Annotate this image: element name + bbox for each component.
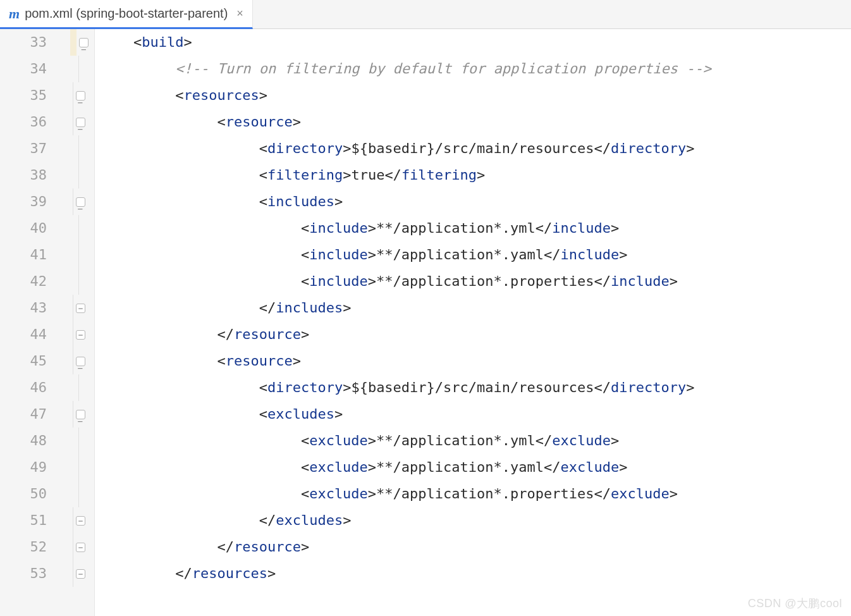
line-number: 41 — [0, 242, 47, 268]
line-number: 35 — [0, 82, 47, 109]
code-token: < — [259, 379, 267, 395]
fold-end-icon — [76, 569, 85, 579]
code-line[interactable]: </resources> — [100, 560, 851, 587]
code-token: > — [368, 459, 376, 475]
code-token: > — [343, 167, 351, 183]
code-line[interactable]: <includes> — [100, 188, 851, 215]
code-line[interactable]: <build> — [100, 29, 851, 56]
fold-cell[interactable] — [58, 82, 94, 109]
code-line[interactable]: <include>**/application*.properties</inc… — [100, 268, 851, 295]
code-line[interactable]: </includes> — [100, 295, 851, 321]
code-line[interactable]: </excludes> — [100, 507, 851, 534]
code-token: > — [259, 87, 267, 103]
code-token: > — [334, 406, 343, 422]
code-token: > — [368, 247, 376, 262]
code-line[interactable]: </resource> — [100, 321, 851, 348]
code-token: < — [259, 194, 267, 209]
fold-cell[interactable] — [58, 401, 94, 428]
code-line[interactable]: <exclude>**/application*.yaml</exclude> — [100, 454, 851, 481]
line-number: 47 — [0, 401, 47, 428]
fold-cell[interactable] — [58, 188, 94, 215]
code-token: > — [670, 273, 678, 289]
fold-cell — [58, 428, 94, 454]
code-token: > — [686, 379, 694, 395]
code-line[interactable]: <filtering>true</filtering> — [100, 162, 851, 188]
code-token: </ — [594, 140, 611, 156]
code-line[interactable]: <include>**/application*.yml</include> — [100, 215, 851, 242]
xml-tag-name: include — [552, 220, 611, 236]
xml-tag-name: include — [309, 273, 368, 289]
xml-tag-name: directory — [267, 140, 343, 156]
line-number: 49 — [0, 454, 47, 481]
fold-cell[interactable] — [58, 534, 94, 560]
xml-tag-name: resource — [226, 114, 293, 130]
code-area[interactable]: <build> <!-- Turn on filtering by defaul… — [95, 29, 851, 616]
code-line[interactable]: <directory>${basedir}/src/main/resources… — [100, 374, 851, 401]
code-line[interactable]: <directory>${basedir}/src/main/resources… — [100, 135, 851, 162]
line-number: 34 — [0, 56, 47, 82]
code-line[interactable]: <excludes> — [100, 401, 851, 428]
fold-cell — [58, 268, 94, 295]
code-line[interactable]: <exclude>**/application*.yml</exclude> — [100, 428, 851, 454]
line-number: 53 — [0, 560, 47, 587]
code-token: > — [368, 220, 376, 236]
code-token: > — [343, 300, 351, 316]
xml-tag-name: exclude — [309, 459, 368, 475]
code-line[interactable]: </resource> — [100, 534, 851, 560]
code-token: < — [301, 459, 309, 475]
fold-end-icon — [76, 543, 85, 552]
editor-tab-title: pom.xml (spring-boot-starter-parent) — [25, 6, 228, 21]
line-number-gutter: 3334353637383940414243444546474849505152… — [0, 29, 58, 616]
line-number: 38 — [0, 162, 47, 188]
xml-tag-name: resource — [226, 353, 293, 369]
code-token: > — [611, 220, 619, 236]
code-token: < — [175, 87, 183, 103]
line-number: 51 — [0, 507, 47, 534]
line-number: 50 — [0, 481, 47, 507]
fold-gutter[interactable] — [58, 29, 95, 616]
code-line[interactable]: <resource> — [100, 109, 851, 135]
code-token: true — [351, 167, 384, 183]
code-token: </ — [217, 539, 234, 555]
line-number: 33 — [0, 29, 47, 56]
xml-tag-name: directory — [267, 379, 343, 395]
fold-cell[interactable] — [58, 295, 94, 321]
fold-collapse-icon — [76, 91, 85, 101]
code-line[interactable]: <!-- Turn on filtering by default for ap… — [100, 56, 851, 82]
code-token: </ — [259, 512, 276, 528]
fold-cell — [58, 242, 94, 268]
code-token: > — [301, 326, 309, 342]
fold-collapse-icon — [76, 410, 85, 419]
editor-tab[interactable]: m pom.xml (spring-boot-starter-parent) × — [0, 0, 253, 29]
code-token: </ — [594, 379, 611, 395]
fold-cell[interactable] — [58, 109, 94, 135]
fold-cell[interactable] — [58, 321, 94, 348]
code-token: > — [368, 273, 376, 289]
code-line[interactable]: <exclude>**/application*.properties</exc… — [100, 481, 851, 507]
fold-cell[interactable] — [58, 560, 94, 587]
code-token: < — [259, 167, 267, 183]
fold-cell[interactable] — [58, 29, 94, 56]
xml-tag-name: includes — [276, 300, 343, 316]
code-token: **/application*.yml — [376, 220, 536, 236]
code-token: < — [259, 140, 267, 156]
close-icon[interactable]: × — [236, 7, 243, 20]
fold-cell[interactable] — [58, 507, 94, 534]
code-token: > — [619, 247, 627, 262]
code-editor[interactable]: 3334353637383940414243444546474849505152… — [0, 29, 851, 616]
code-token: </ — [536, 433, 553, 448]
fold-cell — [58, 162, 94, 188]
xml-tag-name: exclude — [561, 459, 620, 475]
fold-collapse-icon — [76, 357, 85, 366]
xml-tag-name: exclude — [611, 486, 670, 502]
fold-cell[interactable] — [58, 348, 94, 374]
code-line[interactable]: <include>**/application*.yaml</include> — [100, 242, 851, 268]
fold-collapse-icon — [79, 38, 89, 47]
code-line[interactable]: <resources> — [100, 82, 851, 109]
code-token: </ — [544, 247, 561, 262]
fold-collapse-icon — [76, 118, 85, 127]
code-token: </ — [594, 486, 611, 502]
code-token: < — [217, 114, 225, 130]
code-line[interactable]: <resource> — [100, 348, 851, 374]
code-token: **/application*.yml — [376, 433, 536, 448]
